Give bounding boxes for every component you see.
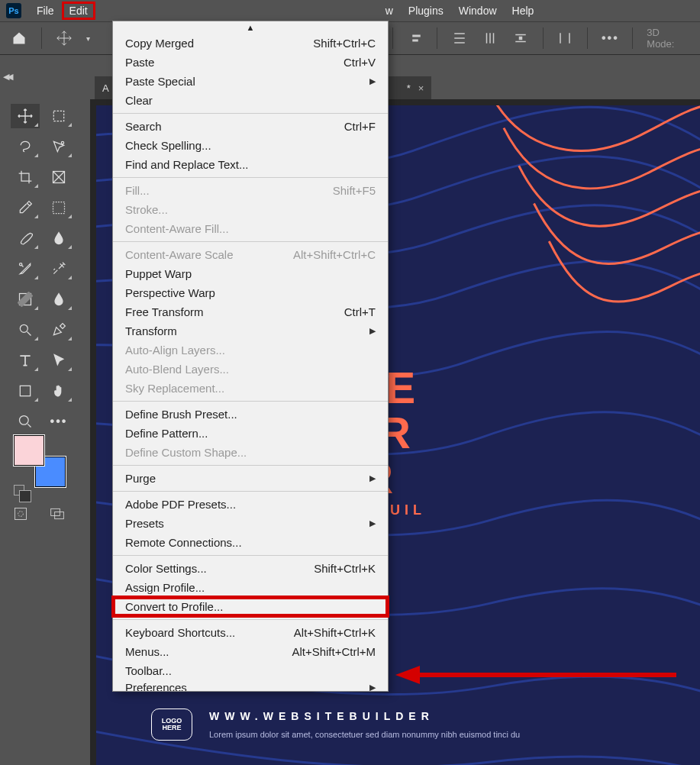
menu-item-label: Search: [125, 120, 162, 133]
menu-item-transform[interactable]: Transform▶: [113, 321, 388, 341]
tool-mixer-brush[interactable]: [44, 257, 73, 281]
menu-window[interactable]: Window: [451, 2, 505, 20]
menu-item-menus[interactable]: Menus...Alt+Shift+Ctrl+M: [113, 642, 388, 661]
menu-item-label: Clear: [125, 94, 153, 107]
menu-item-clear[interactable]: Clear: [113, 91, 388, 110]
menu-item-shortcut: Alt+Shift+Ctrl+M: [292, 645, 376, 658]
tool-history-brush[interactable]: [11, 257, 40, 281]
menu-item-purge[interactable]: Purge▶: [113, 469, 388, 488]
menu-item-label: Free Transform: [125, 305, 204, 318]
menu-item-auto-blend-layers: Auto-Blend Layers...: [113, 360, 388, 379]
menu-file[interactable]: File: [29, 2, 62, 20]
default-colors-icon[interactable]: [14, 485, 24, 495]
more-options-icon[interactable]: •••: [602, 30, 618, 47]
menu-item-label: Menus...: [125, 645, 169, 658]
tool-shape[interactable]: [11, 379, 40, 403]
tool-zoom[interactable]: [11, 409, 40, 434]
menu-item-assign-profile[interactable]: Assign Profile...: [113, 578, 388, 597]
menu-item-check-spelling[interactable]: Check Spelling...: [113, 136, 388, 155]
tool-path-select[interactable]: [44, 348, 73, 373]
menu-item-search[interactable]: SearchCtrl+F: [113, 117, 388, 136]
distribute-bottom-icon[interactable]: [512, 30, 529, 47]
document-modified-indicator: *: [407, 82, 411, 94]
color-swatches[interactable]: [14, 435, 67, 484]
collapse-panels-icon[interactable]: ◀◀: [3, 72, 11, 82]
submenu-arrow-icon: ▶: [369, 76, 376, 86]
menu-item-fill: Fill...Shift+F5: [113, 181, 388, 200]
svg-rect-10: [15, 508, 27, 520]
menu-item-adobe-pdf-presets[interactable]: Adobe PDF Presets...: [113, 495, 388, 514]
menu-item-shortcut: Alt+Shift+Ctrl+K: [294, 626, 376, 639]
menu-item-label: Adobe PDF Presets...: [125, 498, 236, 511]
menu-item-label: Paste Special: [125, 75, 195, 88]
menu-edit[interactable]: Edit: [62, 2, 95, 20]
tool-dodge[interactable]: [11, 318, 40, 342]
tool-crop[interactable]: [11, 165, 40, 189]
menu-item-preferences[interactable]: Preferences▶: [113, 680, 388, 691]
menu-item-puppet-warp[interactable]: Puppet Warp: [113, 264, 388, 283]
menu-item-label: Purge: [125, 472, 156, 485]
move-tool-icon[interactable]: [56, 30, 73, 47]
menu-item-shortcut: Shift+Ctrl+C: [313, 37, 376, 50]
menu-plugins[interactable]: Plugins: [401, 2, 451, 20]
edit-menu-dropdown: ▲ Copy MergedShift+Ctrl+CPasteCtrl+VPast…: [112, 21, 389, 692]
menu-item-define-pattern[interactable]: Define Pattern...: [113, 424, 388, 443]
menu-help[interactable]: Help: [505, 2, 542, 20]
quick-mask-icon[interactable]: [11, 504, 31, 524]
menu-truncated[interactable]: w: [378, 2, 401, 20]
menu-item-label: Define Brush Preset...: [125, 408, 237, 421]
tool-brush[interactable]: [11, 226, 40, 250]
menu-item-sky-replacement: Sky Replacement...: [113, 379, 388, 398]
menu-item-label: Auto-Align Layers...: [125, 344, 225, 357]
menu-scroll-up-icon[interactable]: ▲: [113, 21, 388, 34]
tool-hand[interactable]: [44, 379, 73, 403]
tool-pen[interactable]: [44, 318, 73, 342]
menu-item-define-brush-preset[interactable]: Define Brush Preset...: [113, 405, 388, 424]
menu-item-paste-special[interactable]: Paste Special▶: [113, 72, 388, 91]
poster-lorem: Lorem ipsum dolor sit amet, consectetuer…: [209, 728, 685, 741]
screen-mode-icon[interactable]: [47, 504, 67, 524]
tool-move[interactable]: [11, 104, 40, 128]
menubar: Ps File Edit w Plugins Window Help: [0, 0, 700, 21]
tool-type[interactable]: [11, 348, 40, 373]
menu-item-copy-merged[interactable]: Copy MergedShift+Ctrl+C: [113, 34, 388, 53]
menu-item-keyboard-shortcuts[interactable]: Keyboard Shortcuts...Alt+Shift+Ctrl+K: [113, 623, 388, 642]
tool-eyedropper[interactable]: [11, 195, 40, 220]
menu-item-label: Puppet Warp: [125, 267, 192, 280]
menu-item-shortcut: Alt+Shift+Ctrl+C: [293, 248, 376, 261]
tool-paint-bucket[interactable]: [44, 287, 73, 311]
menu-item-label: Keyboard Shortcuts...: [125, 626, 235, 639]
tool-frame[interactable]: [44, 165, 73, 189]
menu-item-presets[interactable]: Presets▶: [113, 514, 388, 533]
menu-item-perspective-warp[interactable]: Perspective Warp: [113, 283, 388, 302]
tool-blur[interactable]: [44, 226, 73, 250]
menu-item-label: Perspective Warp: [125, 286, 215, 299]
close-tab-icon[interactable]: ×: [418, 82, 424, 94]
align-left-icon[interactable]: [407, 30, 424, 47]
menu-item-free-transform[interactable]: Free TransformCtrl+T: [113, 302, 388, 321]
menu-item-label: Content-Aware Scale: [125, 248, 233, 261]
menu-item-remote-connections[interactable]: Remote Connections...: [113, 533, 388, 552]
menu-item-label: Assign Profile...: [125, 581, 205, 594]
menu-item-label: Stroke...: [125, 203, 168, 216]
distribute-vspace-icon[interactable]: [557, 30, 574, 47]
menu-item-label: Define Pattern...: [125, 427, 208, 440]
menu-item-convert-to-profile[interactable]: Convert to Profile...: [113, 597, 388, 616]
tool-quick-select[interactable]: [44, 134, 73, 159]
menu-item-define-custom-shape: Define Custom Shape...: [113, 443, 388, 462]
menu-item-toolbar[interactable]: Toolbar...: [113, 661, 388, 680]
menu-item-label: Content-Aware Fill...: [125, 222, 229, 235]
home-icon[interactable]: [11, 30, 27, 47]
distribute-top-icon[interactable]: [451, 30, 468, 47]
tool-more[interactable]: •••: [44, 409, 73, 434]
foreground-color-swatch[interactable]: [14, 435, 44, 466]
tool-lasso[interactable]: [11, 134, 40, 159]
menu-item-find-and-replace-text[interactable]: Find and Replace Text...: [113, 155, 388, 174]
tool-marquee[interactable]: [44, 195, 73, 220]
distribute-hcenter-icon[interactable]: [482, 30, 498, 47]
menu-item-label: Remote Connections...: [125, 536, 242, 549]
menu-item-color-settings[interactable]: Color Settings...Shift+Ctrl+K: [113, 559, 388, 578]
menu-item-paste[interactable]: PasteCtrl+V: [113, 53, 388, 72]
tool-artboard[interactable]: [44, 104, 73, 128]
tool-gradient[interactable]: [11, 287, 40, 311]
